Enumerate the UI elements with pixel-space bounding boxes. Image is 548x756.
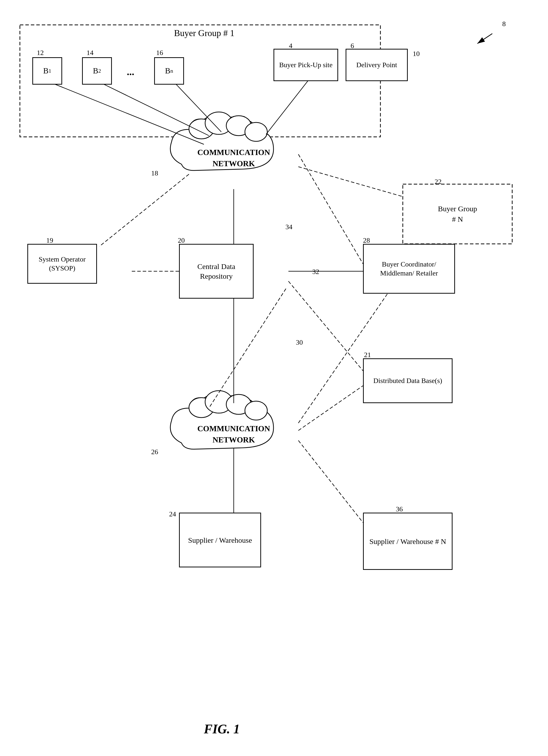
box-system-operator: System Operator (SYSOP) (27, 244, 97, 284)
box-b1: B1 (32, 57, 62, 85)
ref-14: 14 (87, 49, 94, 57)
cloud-network-2-label: COMMUNICATIONNETWORK (184, 423, 283, 445)
box-central-data-repo: Central Data Repository (179, 244, 254, 299)
box-distributed-db: Distributed Data Base(s) (363, 358, 452, 403)
ref-18: 18 (151, 169, 158, 177)
ellipsis: ... (127, 66, 134, 78)
box-b2: B2 (82, 57, 112, 85)
ref-32: 32 (312, 268, 319, 276)
ref-36: 36 (396, 505, 403, 513)
ref-16: 16 (156, 49, 163, 57)
box-delivery-point: Delivery Point (345, 49, 408, 81)
ref-26: 26 (151, 448, 158, 456)
ref-8: 8 (502, 20, 506, 28)
figure-label: FIG. 1 (204, 722, 240, 736)
box-buyer-pickup: Buyer Pick-Up site (274, 49, 338, 81)
buyer-group-n-label: Buyer Group# N (403, 184, 512, 244)
box-bn: Bn (154, 57, 184, 85)
ref-21: 21 (364, 351, 371, 359)
ref-34: 34 (285, 223, 292, 231)
ref-30: 30 (296, 338, 303, 346)
box-supplier-warehouse-n: Supplier / Warehouse # N (363, 513, 452, 570)
box-buyer-coordinator: Buyer Coordinator/ Middleman/ Retailer (363, 244, 455, 294)
ref-19: 19 (46, 236, 53, 244)
ref-28: 28 (363, 236, 370, 244)
box-supplier-warehouse: Supplier / Warehouse (179, 513, 261, 567)
buyer-group-1-label: Buyer Group # 1 (174, 28, 235, 38)
ref-20: 20 (178, 236, 185, 244)
cloud-network-1-label: COMMUNICATIONNETWORK (184, 147, 283, 169)
ref-12: 12 (37, 49, 44, 57)
ref-24: 24 (169, 510, 176, 518)
ref-10: 10 (413, 50, 420, 58)
